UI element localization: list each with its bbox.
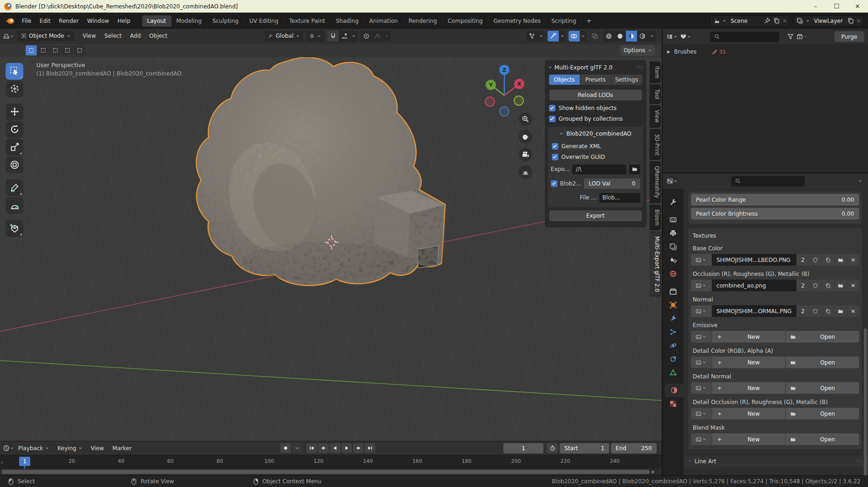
sidebar-tab-item[interactable]: Item	[650, 62, 661, 83]
menu-edit[interactable]: Edit	[35, 16, 54, 26]
timeline-menu-playback[interactable]: Playback	[14, 443, 54, 453]
use-preview-range-button[interactable]	[547, 443, 558, 453]
viewport-menu-view[interactable]: View	[79, 31, 100, 41]
image-datablock-dropdown[interactable]	[691, 331, 712, 343]
keying-set-dropdown[interactable]	[292, 443, 303, 453]
sidebar-tab-view[interactable]: View	[650, 105, 661, 127]
select-mode-extend[interactable]	[38, 45, 49, 55]
lod-checkbox[interactable]	[551, 180, 557, 187]
image-name-field[interactable]: SHIMOJISHIM...ORMAL.PNG	[712, 305, 796, 317]
user-count-button[interactable]: 2	[797, 280, 809, 291]
copy-icon[interactable]	[847, 17, 854, 24]
navigation-gizmo[interactable]: Z Y X	[481, 63, 528, 117]
chevron-down-icon[interactable]	[722, 19, 726, 23]
jump-to-start-button[interactable]	[306, 443, 317, 453]
new-image-button[interactable]: New	[712, 357, 786, 368]
image-name-field[interactable]: SHIMOJISHIM...LBEDO.PNG	[712, 254, 796, 266]
expand-playhead-icon[interactable]: ›	[1, 459, 3, 466]
collapse-subpanel-icon[interactable]	[559, 131, 563, 136]
proportional-falloff-button[interactable]	[372, 31, 383, 41]
gizmo-y-neg[interactable]	[514, 96, 523, 105]
select-mode-invert[interactable]	[62, 45, 73, 55]
properties-tab-modifiers[interactable]	[663, 312, 684, 325]
npanel-checkbox-0[interactable]: Show hidden objects	[549, 105, 642, 111]
image-datablock-dropdown[interactable]	[691, 408, 712, 419]
timeline-menu-keying[interactable]: Keying	[54, 443, 87, 453]
image-datablock-dropdown[interactable]	[691, 382, 712, 394]
outliner-search-input[interactable]	[710, 32, 779, 42]
workspace-tab-uv-editing[interactable]: UV Editing	[244, 15, 284, 27]
subpanel-checkbox-1[interactable]: Overwrite GUID	[552, 154, 639, 160]
pan-button[interactable]	[519, 130, 532, 144]
user-count-button[interactable]: 2	[797, 305, 809, 317]
tool-move[interactable]	[6, 103, 23, 120]
new-image-button[interactable]: New	[712, 408, 786, 419]
properties-tab-render[interactable]	[663, 213, 684, 226]
workspace-tab-rendering[interactable]: Rendering	[403, 15, 442, 27]
play-reverse-button[interactable]	[330, 443, 340, 453]
workspace-tab-texture-paint[interactable]: Texture Paint	[284, 15, 331, 27]
properties-tab-object-data[interactable]	[663, 366, 684, 379]
properties-scrollbar[interactable]	[864, 329, 867, 475]
gizmo-z-neg[interactable]	[500, 107, 509, 116]
shading-solid-button[interactable]	[615, 31, 626, 41]
menu-window[interactable]: Window	[83, 16, 113, 26]
mode-dropdown[interactable]: Object Mode	[18, 31, 74, 41]
orthographic-toggle-button[interactable]	[519, 165, 532, 179]
workspace-tab-compositing[interactable]: Compositing	[442, 15, 488, 27]
scene-selector[interactable]: Scene ✕	[710, 15, 790, 27]
make-single-copy-button[interactable]	[822, 280, 834, 291]
menu-help[interactable]: Help	[113, 16, 134, 26]
rock-mesh-object[interactable]	[197, 57, 445, 285]
image-datablock-dropdown[interactable]	[691, 433, 712, 445]
proportional-editing-button[interactable]	[360, 31, 372, 41]
new-image-button[interactable]: New	[712, 331, 786, 343]
sidebar-tab-3d-print[interactable]: 3D-Print	[650, 129, 661, 160]
next-keyframe-button[interactable]	[353, 443, 364, 453]
export-path-browse-button[interactable]	[629, 165, 640, 174]
filter-funnel-icon[interactable]	[787, 33, 794, 40]
add-workspace-button[interactable]: +	[582, 15, 596, 26]
close-button[interactable]: ✕	[847, 0, 868, 13]
pivot-point-dropdown[interactable]	[306, 31, 325, 41]
workspace-tab-geometry-nodes[interactable]: Geometry Nodes	[488, 15, 546, 27]
properties-tab-output[interactable]	[663, 226, 684, 240]
outliner-item-brushes[interactable]: ▶ Brushes 31	[667, 48, 863, 55]
properties-tab-particles[interactable]	[663, 325, 684, 339]
browse-file-button[interactable]	[834, 280, 847, 291]
sidebar-tab-multi-export-gltf-2-0[interactable]: Multi-Export glTF 2.0	[650, 232, 661, 297]
new-collection-button[interactable]	[796, 31, 807, 42]
sidebar-tab-qremeshify[interactable]: QRemeshify	[650, 161, 661, 203]
export-button[interactable]: Export	[549, 210, 642, 221]
3d-viewport[interactable]: User Perspective (1) Blob2020_combinedAO…	[0, 57, 662, 441]
panel-grip-icon[interactable]: ∷∷	[636, 65, 643, 70]
timeline-scrollbar[interactable]	[0, 468, 662, 475]
scene-name[interactable]: Scene	[729, 18, 761, 24]
viewlayer-name[interactable]: ViewLayer	[812, 18, 845, 24]
show-gizmo-button[interactable]	[548, 31, 559, 41]
image-name-field[interactable]: combined_ao.png	[712, 280, 796, 291]
checkbox[interactable]	[549, 105, 556, 111]
workspace-tab-shading[interactable]: Shading	[331, 15, 364, 27]
export-path-field[interactable]: //\	[572, 165, 626, 174]
current-frame-field[interactable]: 1	[503, 443, 543, 453]
jump-to-end-button[interactable]	[365, 443, 375, 453]
workspace-tab-sculpting[interactable]: Sculpting	[207, 15, 244, 27]
tool-cursor[interactable]	[6, 81, 23, 97]
minimize-button[interactable]: –	[805, 0, 826, 13]
properties-search-input[interactable]	[731, 176, 805, 186]
slider-pearl-color-range[interactable]: Pearl Color Range0.00	[691, 194, 859, 206]
open-image-button[interactable]: Open	[786, 408, 859, 419]
visibility-filter-button[interactable]	[527, 31, 538, 41]
unlink-viewlayer-icon[interactable]: ✕	[856, 18, 861, 24]
show-overlays-button[interactable]	[569, 31, 580, 41]
properties-tab-world[interactable]	[663, 267, 684, 281]
snap-settings-button[interactable]	[339, 31, 350, 41]
fake-user-button[interactable]	[809, 254, 821, 266]
open-image-button[interactable]: Open	[786, 331, 859, 343]
record-button[interactable]	[280, 443, 291, 453]
tool-add-cube[interactable]	[6, 220, 23, 237]
npanel-tab-objects[interactable]: Objects	[549, 75, 580, 85]
properties-editor-type-button[interactable]	[666, 176, 678, 186]
tool-transform[interactable]	[6, 157, 23, 173]
